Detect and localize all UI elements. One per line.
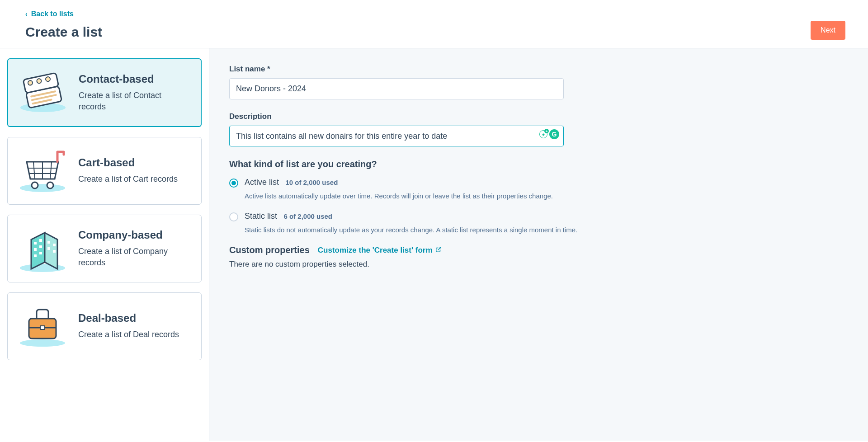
page-title: Create a list bbox=[25, 24, 102, 40]
card-title: Company-based bbox=[78, 229, 191, 241]
card-contact-based[interactable]: Contact-based Create a list of Contact r… bbox=[7, 58, 202, 127]
grammarly-icon[interactable]: G bbox=[549, 129, 559, 139]
company-icon bbox=[18, 226, 67, 271]
list-name-label: List name * bbox=[229, 65, 564, 74]
active-list-radio[interactable] bbox=[229, 179, 238, 188]
svg-rect-31 bbox=[40, 326, 45, 329]
svg-rect-25 bbox=[53, 244, 56, 246]
card-title: Contact-based bbox=[79, 73, 191, 85]
list-name-input[interactable] bbox=[229, 78, 564, 99]
svg-point-16 bbox=[47, 182, 53, 188]
external-link-icon bbox=[435, 246, 442, 255]
card-company-based[interactable]: Company-based Create a list of Company r… bbox=[7, 215, 202, 282]
chevron-left-icon: ‹ bbox=[25, 10, 28, 18]
svg-rect-19 bbox=[39, 239, 42, 242]
card-desc: Create a list of Company records bbox=[78, 246, 191, 268]
form-panel: List name * Description ●+ G What kind o… bbox=[209, 48, 868, 441]
svg-point-28 bbox=[20, 339, 65, 347]
page-header: ‹ Back to lists Create a list Next bbox=[0, 0, 868, 48]
list-type-sidebar: Contact-based Create a list of Contact r… bbox=[0, 48, 209, 441]
back-link-label: Back to lists bbox=[31, 10, 74, 18]
svg-line-32 bbox=[438, 247, 440, 249]
description-label: Description bbox=[229, 112, 564, 121]
svg-point-15 bbox=[32, 182, 38, 188]
static-list-usage: 6 of 2,000 used bbox=[283, 212, 332, 220]
custom-properties-heading: Custom properties bbox=[229, 245, 310, 255]
next-button[interactable]: Next bbox=[811, 21, 845, 40]
svg-rect-26 bbox=[47, 247, 50, 250]
svg-point-17 bbox=[20, 264, 65, 272]
static-list-label: Static list bbox=[245, 212, 277, 221]
svg-rect-27 bbox=[53, 250, 56, 253]
card-title: Cart-based bbox=[78, 156, 178, 169]
svg-rect-22 bbox=[34, 254, 37, 257]
grammarly-ext-icon[interactable]: ●+ bbox=[539, 130, 547, 138]
list-kind-heading: What kind of list are you creating? bbox=[229, 159, 848, 169]
card-desc: Create a list of Cart records bbox=[78, 174, 178, 185]
custom-properties-none: There are no custom properties selected. bbox=[229, 260, 848, 269]
svg-rect-20 bbox=[34, 248, 37, 251]
svg-rect-21 bbox=[39, 245, 42, 248]
active-list-usage: 10 of 2,000 used bbox=[285, 179, 338, 186]
card-desc: Create a list of Deal records bbox=[78, 329, 179, 340]
card-deal-based[interactable]: Deal-based Create a list of Deal records bbox=[7, 292, 202, 360]
customize-link-label: Customize the 'Create list' form bbox=[318, 246, 433, 255]
customize-form-link[interactable]: Customize the 'Create list' form bbox=[318, 246, 442, 255]
main-content: Contact-based Create a list of Contact r… bbox=[0, 48, 868, 441]
back-to-lists-link[interactable]: ‹ Back to lists bbox=[25, 10, 74, 18]
card-desc: Create a list of Contact records bbox=[79, 90, 191, 113]
contact-list-icon bbox=[18, 70, 68, 115]
cart-icon bbox=[18, 148, 67, 193]
svg-point-6 bbox=[28, 80, 33, 85]
svg-rect-24 bbox=[47, 241, 50, 244]
static-list-desc: Static lists do not automatically update… bbox=[245, 225, 848, 235]
active-list-desc: Active lists automatically update over t… bbox=[245, 191, 848, 202]
grammarly-widget: ●+ G bbox=[539, 129, 559, 139]
svg-rect-18 bbox=[34, 242, 37, 245]
card-cart-based[interactable]: Cart-based Create a list of Cart records bbox=[7, 137, 202, 205]
svg-point-7 bbox=[37, 78, 42, 84]
svg-point-8 bbox=[45, 76, 51, 82]
active-list-label: Active list bbox=[245, 178, 279, 187]
static-list-radio[interactable] bbox=[229, 212, 238, 221]
svg-rect-23 bbox=[39, 252, 42, 254]
description-input[interactable] bbox=[229, 126, 564, 146]
deal-briefcase-icon bbox=[18, 304, 67, 349]
svg-point-9 bbox=[20, 184, 65, 192]
card-title: Deal-based bbox=[78, 312, 179, 324]
